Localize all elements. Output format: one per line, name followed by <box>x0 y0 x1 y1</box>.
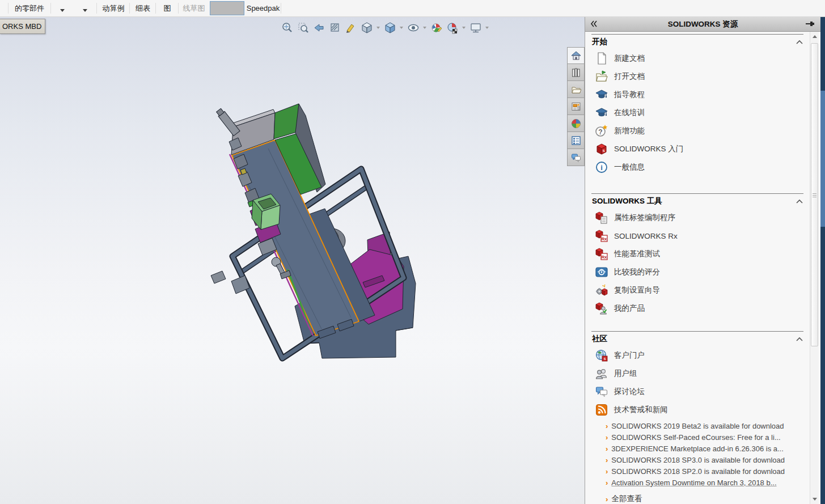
taskpane-item-tech-alerts[interactable]: 技术警戒和新闻 <box>585 401 820 419</box>
view-all-link[interactable]: ›全部查看 <box>585 493 820 504</box>
taskpane-item-performance-benchmark[interactable]: Rx 性能基准测试 <box>585 245 820 263</box>
chevron-up-icon[interactable] <box>796 38 803 46</box>
taskpane-tab-forum[interactable] <box>567 149 585 166</box>
taskpane-tab-custom-properties[interactable] <box>567 132 585 149</box>
taskpane-item-solidworks-intro[interactable]: S SOLIDWORKS 入门 <box>585 140 820 158</box>
taskpane-item-discussion-forum[interactable]: 探讨论坛 <box>585 383 820 401</box>
display-style-icon[interactable] <box>383 21 397 35</box>
news-list: ›SOLIDWORKS 2019 Beta2 is available for … <box>585 420 820 488</box>
open-document-icon <box>595 70 608 83</box>
taskpane-body: 开始 新建文档 打开文档 指导教程 在线培训 ? 新增功能 S SOLIDWOR… <box>585 32 820 504</box>
taskpane-item-compare-scores[interactable]: 比较我的评分 <box>585 263 820 281</box>
taskpane-item-open-document[interactable]: 打开文档 <box>585 67 820 86</box>
zoom-area-icon[interactable] <box>296 21 310 35</box>
view-orientation-dropdown[interactable] <box>375 21 381 35</box>
hide-show-items-icon[interactable] <box>406 21 420 35</box>
3d-model[interactable] <box>0 17 585 504</box>
ribbon-tab-sketch[interactable]: 线草图 <box>179 0 209 16</box>
taskpane-tab-home[interactable] <box>567 47 585 64</box>
taskpane-item-user-groups[interactable]: 用户组 <box>585 365 820 383</box>
active-tool-button[interactable] <box>210 1 244 15</box>
view-palette-icon <box>570 101 582 112</box>
window-right-border <box>820 17 825 504</box>
apply-scene-dropdown[interactable] <box>461 21 467 35</box>
hide-show-dropdown[interactable] <box>422 21 428 35</box>
section-header-community[interactable]: 社区 <box>585 332 820 346</box>
news-link[interactable]: ›SOLIDWORKS 2018 SP3.0 is available for … <box>585 454 820 465</box>
mbd-toolbar-tab[interactable]: ORKS MBD <box>0 19 45 34</box>
taskpane-item-property-tab-builder[interactable]: 属性标签编制程序 <box>585 209 820 227</box>
scroll-down-button[interactable] <box>810 494 819 504</box>
graphics-area[interactable]: ORKS MBD <box>0 17 585 504</box>
chevron-up-icon[interactable] <box>796 197 803 206</box>
appearances-ball-icon <box>570 118 582 129</box>
collapse-panel-icon[interactable] <box>590 19 599 31</box>
news-link[interactable]: ›Activation System Downtime on March 3, … <box>585 477 820 488</box>
annotation-icon[interactable] <box>344 21 358 35</box>
design-library-icon <box>570 67 582 78</box>
svg-text:S: S <box>604 357 606 361</box>
general-info-icon: i <box>595 160 608 174</box>
section-header-tools[interactable]: SOLIDWORKS 工具 <box>585 194 820 209</box>
view-orientation-icon[interactable] <box>359 21 374 35</box>
ribbon-dropdown-2[interactable] <box>74 0 96 16</box>
my-products-icon <box>595 302 608 315</box>
ribbon-tab-parts[interactable]: 的零部件 <box>9 0 50 16</box>
dropdown-arrow-icon <box>83 9 87 12</box>
news-link[interactable]: ›3DEXPERIENCE Marketplace add-in 6.26.30… <box>585 443 820 454</box>
discussion-forum-icon <box>595 385 608 399</box>
property-tab-builder-icon <box>595 211 608 225</box>
taskpane-tab-view-palette[interactable] <box>567 98 585 115</box>
news-bullet-icon: › <box>606 467 608 476</box>
news-link[interactable]: ›SOLIDWORKS 2019 Beta2 is available for … <box>585 420 820 431</box>
taskpane-item-new-document[interactable]: 新建文档 <box>585 49 820 67</box>
taskpane-tab-appearances[interactable] <box>567 115 585 132</box>
online-training-icon <box>595 106 608 120</box>
previous-view-icon[interactable] <box>312 21 326 35</box>
ribbon-tab-drawing[interactable]: 图 <box>156 0 179 16</box>
section-view-icon[interactable] <box>328 21 342 35</box>
zoom-fit-icon[interactable] <box>280 21 294 35</box>
taskpane-item-copy-settings-wizard[interactable]: 复制设置向导 <box>585 281 820 299</box>
apply-scene-icon[interactable] <box>445 21 459 35</box>
solidworks-intro-icon: S <box>595 142 608 156</box>
edit-appearance-icon[interactable] <box>429 21 443 35</box>
ribbon-dropdown-1[interactable] <box>51 0 74 16</box>
taskpane-scrollbar[interactable] <box>810 32 819 504</box>
news-bullet-icon: › <box>606 495 608 503</box>
view-settings-icon[interactable] <box>468 21 483 35</box>
compare-scores-icon <box>595 265 608 279</box>
section-header-start[interactable]: 开始 <box>585 35 820 49</box>
news-link[interactable]: ›SOLIDWORKS 2018 SP2.0 is available for … <box>585 465 820 477</box>
svg-text:Rx: Rx <box>602 236 607 242</box>
taskpane-tab-strip <box>567 47 585 166</box>
taskpane-item-solidworks-rx[interactable]: Rx SOLIDWORKS Rx <box>585 227 820 245</box>
pin-icon[interactable] <box>805 20 815 30</box>
chevron-up-icon[interactable] <box>796 335 803 344</box>
taskpane-header: SOLIDWORKS 资源 <box>585 17 820 32</box>
ribbon-tab-detail[interactable]: 细表 <box>130 0 156 16</box>
news-bullet-icon: › <box>606 444 608 453</box>
scrollbar-thumb[interactable] <box>811 43 818 346</box>
taskpane-item-general-info[interactable]: i 一般信息 <box>585 158 820 176</box>
svg-text:Rx: Rx <box>602 255 607 260</box>
taskpane-title: SOLIDWORKS 资源 <box>585 19 820 29</box>
solidworks-rx-icon: Rx <box>595 229 608 243</box>
folder-icon <box>570 84 582 95</box>
ribbon-tab-motion-study[interactable]: 动算例 <box>97 0 130 16</box>
display-style-dropdown[interactable] <box>399 21 404 35</box>
taskpane-item-customer-portal[interactable]: S 客户门户 <box>585 346 820 365</box>
copy-settings-wizard-icon <box>595 283 608 297</box>
taskpane-item-online-training[interactable]: 在线培训 <box>585 104 820 122</box>
taskpane-item-whats-new[interactable]: ? 新增功能 <box>585 122 820 140</box>
taskpane-tab-design-library[interactable] <box>567 64 585 81</box>
taskpane-item-tutorials[interactable]: 指导教程 <box>585 86 820 104</box>
taskpane-tab-file-explorer[interactable] <box>567 81 585 98</box>
user-groups-icon <box>595 367 608 380</box>
view-settings-dropdown[interactable] <box>484 21 490 35</box>
taskpane-item-my-products[interactable]: 我的产品 <box>585 299 820 317</box>
new-document-icon <box>595 52 608 65</box>
ribbon-tab-speedpak[interactable]: Speedpak <box>245 0 281 16</box>
news-link[interactable]: ›SOLIDWORKS Self-Paced eCourses: Free fo… <box>585 431 820 443</box>
scroll-up-button[interactable] <box>810 32 819 41</box>
